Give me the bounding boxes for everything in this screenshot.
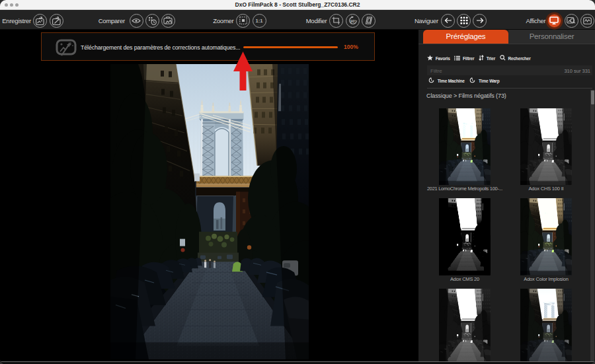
svg-text:90°: 90° bbox=[350, 19, 356, 23]
